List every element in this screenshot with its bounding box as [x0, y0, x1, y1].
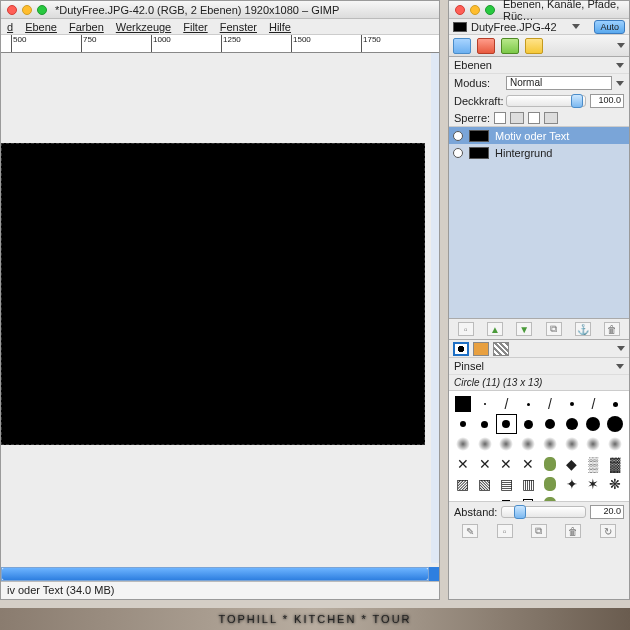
- brush-item[interactable]: [453, 415, 473, 433]
- tab-menu-icon[interactable]: [617, 346, 625, 351]
- vertical-scrollbar[interactable]: [431, 53, 439, 563]
- brush-item[interactable]: [584, 435, 604, 453]
- brush-item[interactable]: [475, 415, 495, 433]
- brush-item[interactable]: /: [540, 395, 560, 413]
- window-controls[interactable]: [455, 5, 495, 15]
- brush-item[interactable]: [540, 415, 560, 433]
- brush-item[interactable]: ◆: [562, 455, 582, 473]
- brush-item[interactable]: [605, 415, 625, 433]
- brush-item[interactable]: [540, 495, 560, 502]
- brush-item[interactable]: ▒: [584, 455, 604, 473]
- dock-tabs[interactable]: [449, 35, 629, 57]
- brush-item[interactable]: [518, 415, 538, 433]
- brush-tabs[interactable]: [449, 340, 629, 358]
- brush-item[interactable]: [475, 495, 495, 502]
- brush-item[interactable]: [540, 475, 560, 493]
- brush-item[interactable]: [540, 455, 560, 473]
- lock-pixels-checkbox[interactable]: [494, 112, 506, 124]
- chevron-down-icon[interactable]: [616, 81, 624, 86]
- brush-item[interactable]: [453, 435, 473, 453]
- brush-item[interactable]: ▨: [453, 475, 473, 493]
- brush-item[interactable]: ✕: [475, 455, 495, 473]
- opacity-slider[interactable]: [506, 95, 586, 107]
- brush-item[interactable]: /: [497, 395, 517, 413]
- spacing-slider[interactable]: [501, 506, 586, 518]
- scrollbar-thumb[interactable]: [2, 568, 428, 580]
- auto-button[interactable]: Auto: [594, 20, 625, 34]
- brush-item[interactable]: [605, 395, 625, 413]
- brush-item[interactable]: [562, 395, 582, 413]
- brush-item[interactable]: [584, 415, 604, 433]
- new-layer-button[interactable]: ▫: [458, 322, 474, 336]
- brush-item[interactable]: [475, 395, 495, 413]
- layer-name[interactable]: Hintergrund: [495, 147, 552, 159]
- slider-thumb[interactable]: [514, 505, 526, 519]
- menu-item[interactable]: Ebene: [25, 21, 57, 33]
- brush-item[interactable]: [497, 495, 517, 502]
- brush-item[interactable]: ❋: [605, 475, 625, 493]
- new-brush-button[interactable]: ▫: [497, 524, 513, 538]
- brush-grid[interactable]: / / / ✕ ✕ ✕ ✕ ◆ ▒ ▓ ▨ ▧ ▤ ▥ ✦ ✶: [449, 390, 629, 502]
- brush-item[interactable]: [518, 435, 538, 453]
- menu-item[interactable]: Farben: [69, 21, 104, 33]
- navigation-icon[interactable]: [429, 567, 439, 581]
- brush-item[interactable]: ✦: [562, 475, 582, 493]
- brush-item[interactable]: /: [584, 395, 604, 413]
- close-icon[interactable]: [455, 5, 465, 15]
- horizontal-ruler[interactable]: 500 750 1000 1250 1500 1750: [1, 35, 439, 53]
- menu-item[interactable]: Hilfe: [269, 21, 291, 33]
- minimize-icon[interactable]: [22, 5, 32, 15]
- zoom-icon[interactable]: [37, 5, 47, 15]
- delete-brush-button[interactable]: 🗑: [565, 524, 581, 538]
- brush-item[interactable]: ▤: [497, 475, 517, 493]
- brush-item[interactable]: ▥: [518, 475, 538, 493]
- anchor-layer-button[interactable]: ⚓: [575, 322, 591, 336]
- close-icon[interactable]: [7, 5, 17, 15]
- horizontal-scrollbar[interactable]: [1, 567, 429, 581]
- brush-item[interactable]: ✶: [584, 475, 604, 493]
- brush-item[interactable]: ▧: [475, 475, 495, 493]
- brush-item[interactable]: [453, 395, 473, 413]
- layer-row[interactable]: Hintergrund: [449, 144, 629, 161]
- menu-item[interactable]: Filter: [183, 21, 207, 33]
- brush-item[interactable]: ✕: [518, 455, 538, 473]
- brush-item[interactable]: [540, 435, 560, 453]
- brush-item[interactable]: [562, 415, 582, 433]
- gradients-tab-icon[interactable]: [493, 342, 509, 356]
- brush-item[interactable]: [518, 495, 538, 502]
- raise-layer-button[interactable]: ▲: [487, 322, 503, 336]
- undo-tab-icon[interactable]: [525, 38, 543, 54]
- canvas-area[interactable]: [1, 53, 431, 563]
- image-menu[interactable]: DutyFree.JPG-42 Auto: [449, 19, 629, 35]
- brush-item[interactable]: ✕: [453, 455, 473, 473]
- brush-item[interactable]: [518, 395, 538, 413]
- visibility-icon[interactable]: [453, 148, 463, 158]
- main-menubar[interactable]: d Ebene Farben Werkzeuge Filter Fenster …: [1, 19, 439, 35]
- spacing-value[interactable]: 20.0: [590, 505, 624, 519]
- brush-item[interactable]: [497, 415, 517, 433]
- duplicate-brush-button[interactable]: ⧉: [531, 524, 547, 538]
- image-name[interactable]: DutyFree.JPG-42: [471, 21, 557, 33]
- lower-layer-button[interactable]: ▼: [516, 322, 532, 336]
- menu-item[interactable]: Werkzeuge: [116, 21, 171, 33]
- duplicate-layer-button[interactable]: ⧉: [546, 322, 562, 336]
- minimize-icon[interactable]: [470, 5, 480, 15]
- window-controls[interactable]: [7, 5, 47, 15]
- patterns-tab-icon[interactable]: [473, 342, 489, 356]
- edit-brush-button[interactable]: ✎: [462, 524, 478, 538]
- brush-item[interactable]: [453, 495, 473, 502]
- layer-name[interactable]: Motiv oder Text: [495, 130, 569, 142]
- zoom-icon[interactable]: [485, 5, 495, 15]
- layer-row[interactable]: Motiv oder Text: [449, 127, 629, 144]
- visibility-icon[interactable]: [453, 131, 463, 141]
- brush-item[interactable]: [605, 435, 625, 453]
- paths-tab-icon[interactable]: [501, 38, 519, 54]
- dock-titlebar[interactable]: Ebenen, Kanäle, Pfade, Rüc…: [449, 1, 629, 19]
- delete-layer-button[interactable]: 🗑: [604, 322, 620, 336]
- brush-item[interactable]: [497, 435, 517, 453]
- opacity-value[interactable]: 100.0: [590, 94, 624, 108]
- channels-tab-icon[interactable]: [477, 38, 495, 54]
- collapse-icon[interactable]: [616, 364, 624, 369]
- tab-menu-icon[interactable]: [617, 43, 625, 48]
- collapse-icon[interactable]: [616, 63, 624, 68]
